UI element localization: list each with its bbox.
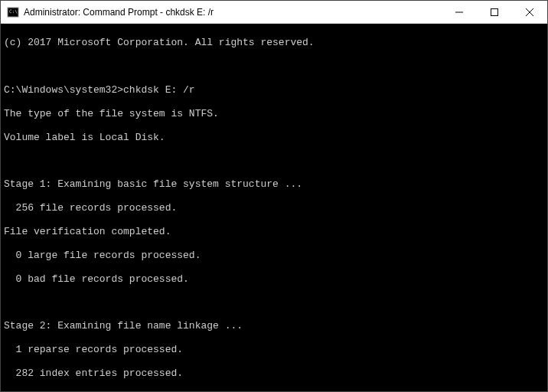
window-controls — [442, 1, 547, 23]
titlebar: C:\ Administrator: Command Prompt - chkd… — [1, 1, 547, 24]
cmd-icon: C:\ — [7, 6, 19, 18]
terminal-line: (c) 2017 Microsoft Corporation. All righ… — [4, 37, 544, 48]
terminal-line — [4, 296, 544, 308]
terminal-line: 0 large file records processed. — [4, 250, 544, 261]
prompt-path: C:\Windows\system32> — [4, 84, 123, 96]
terminal-line: 282 index entries processed. — [4, 368, 544, 379]
svg-text:C:\: C:\ — [9, 8, 18, 14]
terminal-line: Stage 1: Examining basic file system str… — [4, 178, 544, 190]
terminal-output[interactable]: (c) 2017 Microsoft Corporation. All righ… — [1, 24, 547, 391]
svg-rect-3 — [491, 8, 498, 15]
terminal-line: The type of the file system is NTFS. — [4, 108, 544, 119]
terminal-line: 256 file records processed. — [4, 202, 544, 214]
terminal-line: File verification completed. — [4, 226, 544, 237]
terminal-line: Stage 2: Examining file name linkage ... — [4, 320, 544, 332]
minimize-button[interactable] — [442, 1, 477, 23]
terminal-line: Volume label is Local Disk. — [4, 132, 544, 143]
window-title: Administrator: Command Prompt - chkdsk E… — [24, 7, 442, 18]
terminal-line: 0 bad file records processed. — [4, 273, 544, 285]
close-button[interactable] — [512, 1, 547, 23]
terminal-line: 1 reparse records processed. — [4, 344, 544, 355]
terminal-line: C:\Windows\system32>chkdsk E: /r — [4, 84, 544, 96]
prompt-command: chkdsk E: /r — [123, 84, 195, 96]
terminal-line — [4, 155, 544, 166]
terminal-line — [4, 60, 544, 72]
maximize-button[interactable] — [477, 1, 512, 23]
